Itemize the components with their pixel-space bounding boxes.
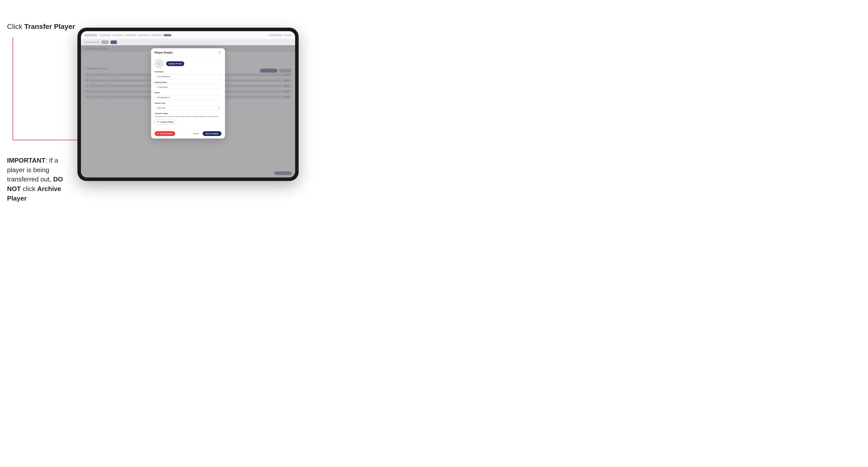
nav-tab-dashboard — [99, 34, 111, 36]
display-name-label: Display Name — [155, 81, 221, 84]
nav-tab-players — [112, 34, 124, 36]
sub-nav-btn-active — [111, 40, 117, 44]
nav-logo — [85, 34, 97, 36]
modal-title: Player Details — [155, 51, 173, 54]
archive-icon: ⬇ — [157, 133, 159, 135]
nav-right-item-2 — [284, 34, 291, 36]
instruction-area: Click Transfer Player — [7, 23, 78, 36]
transfer-player-button-label: Transfer Player — [160, 121, 174, 123]
sub-nav-breadcrumb — [85, 41, 99, 43]
display-name-input[interactable] — [155, 85, 221, 90]
tablet-screen: Update Roster — [81, 31, 295, 178]
transfer-player-button[interactable]: ⟳ Transfer Player — [155, 120, 177, 124]
nav-right — [269, 34, 291, 36]
footer-right: Cancel Save Changes — [191, 131, 221, 136]
transfer-icon: ⟳ — [157, 121, 159, 123]
avatar-section: ☺ Upload Photo — [155, 59, 221, 68]
instruction-click-bold: Transfer Player — [24, 23, 75, 30]
sub-nav — [81, 39, 295, 45]
nav-tab-active — [164, 34, 171, 36]
top-nav — [81, 31, 295, 39]
full-name-group: Full Name — [155, 71, 221, 79]
display-name-group: Display Name — [155, 81, 221, 90]
important-label: IMPORTANT — [7, 157, 45, 164]
modal-footer: ⬇ Archive Player Cancel Save Changes — [151, 129, 225, 138]
nav-tab-coaches — [138, 34, 149, 36]
nav-right-item-1 — [269, 34, 283, 36]
school-year-group: School Year Sixth Year — [155, 102, 221, 111]
modal-close-button[interactable]: × — [218, 51, 221, 54]
nav-tabs — [99, 34, 171, 36]
transfer-section-label: Transfer Player — [155, 112, 221, 115]
save-changes-button[interactable]: Save Changes — [203, 131, 221, 136]
full-name-label: Full Name — [155, 71, 221, 73]
avatar-circle: ☺ — [155, 59, 164, 68]
avatar-icon: ☺ — [157, 61, 161, 66]
archive-player-button-label: Archive Player — [160, 132, 173, 135]
tablet-device: Update Roster — [78, 28, 299, 181]
instruction-important: IMPORTANT: If a player is being transfer… — [7, 156, 76, 203]
nav-tab-roster — [151, 34, 162, 36]
email-input[interactable] — [155, 95, 221, 100]
modal-body: ☺ Upload Photo Full Name Display Name Em… — [151, 57, 225, 129]
school-year-label: School Year — [155, 102, 221, 104]
nav-tab-teams — [125, 34, 136, 36]
transfer-section: Transfer Player If this player has moved… — [155, 112, 221, 124]
email-label: Email — [155, 92, 221, 94]
email-group: Email — [155, 92, 221, 100]
sub-nav-btn-1 — [101, 40, 108, 44]
instruction-click-text: Click Transfer Player — [7, 23, 78, 31]
player-details-modal: Player Details × ☺ Upload Photo Full Nam… — [151, 48, 225, 138]
arrow-vertical-line — [12, 37, 13, 140]
school-year-select[interactable]: Sixth Year — [155, 105, 221, 110]
upload-photo-button[interactable]: Upload Photo — [166, 61, 184, 66]
modal-header: Player Details × — [151, 48, 225, 57]
archive-player-button[interactable]: ⬇ Archive Player — [155, 131, 175, 136]
transfer-section-description: If this player has moved to another scho… — [155, 115, 221, 118]
cancel-button[interactable]: Cancel — [191, 131, 201, 136]
full-name-input[interactable] — [155, 74, 221, 79]
